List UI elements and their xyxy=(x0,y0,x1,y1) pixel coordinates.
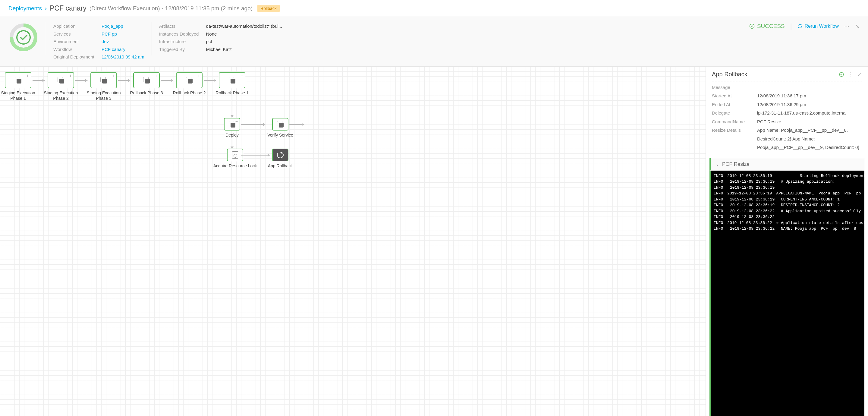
stack-icon xyxy=(15,77,22,84)
node-label: Rollback Phase 1 xyxy=(214,90,250,95)
meta-key: Original Deployment xyxy=(53,53,94,61)
workflow-subnode-app-rollback[interactable]: App Rollback xyxy=(265,149,296,169)
page-subtitle: (Direct Workflow Execution) - 12/08/2019… xyxy=(90,5,253,12)
log-section-header[interactable]: ⌄ PCF Resize xyxy=(710,158,864,171)
workflow-node[interactable]: + Rollback Phase 2 xyxy=(171,72,207,95)
log-row: INFO2019-12-08 23:36:19# Upsizing applic… xyxy=(714,179,861,185)
meta-key: Environment xyxy=(53,38,94,46)
detail-key: CommandName xyxy=(712,118,757,126)
breadcrumb: Deployments › PCF canary (Direct Workflo… xyxy=(0,0,868,17)
node-label: Staging Execution Phase 2 xyxy=(43,90,79,101)
node-label: Staging Execution Phase 3 xyxy=(86,90,122,101)
check-circle-icon xyxy=(749,24,755,29)
breadcrumb-deployments-link[interactable]: Deployments xyxy=(8,5,42,12)
workflow-node[interactable]: + Staging Execution Phase 3 xyxy=(86,72,122,101)
log-body[interactable]: INFO2019-12-08 23:36:19--------- Startin… xyxy=(710,171,864,416)
expand-icon[interactable]: ⤢ xyxy=(858,71,862,78)
meta-key: Triggered By xyxy=(159,46,199,53)
meta-key: Infrastructure xyxy=(159,38,199,46)
log-row: INFO2019-12-08 23:36:19DESIRED-INSTANCE-… xyxy=(714,202,861,208)
workflow-subnode-verify[interactable]: Verify Service xyxy=(262,118,299,138)
arrow-icon xyxy=(232,95,232,117)
svg-point-4 xyxy=(839,72,844,77)
node-label: Staging Execution Phase 1 xyxy=(0,90,36,101)
collapse-icon[interactable]: ⤡ xyxy=(855,23,860,30)
divider: | xyxy=(790,22,792,30)
detail-val: App Name: Pooja_app__PCF__pp__dev__8, De… xyxy=(757,126,862,152)
check-circle-icon xyxy=(839,72,844,77)
services-link[interactable]: PCF pp xyxy=(101,30,144,38)
divider xyxy=(152,22,152,56)
divider xyxy=(46,22,46,56)
environment-link[interactable]: dev xyxy=(101,38,144,46)
stack-icon xyxy=(277,121,284,127)
detail-key: Started At xyxy=(712,92,757,100)
expand-sign: + xyxy=(198,73,200,78)
lock-document-icon xyxy=(232,151,238,158)
workflow-node[interactable]: + Staging Execution Phase 2 xyxy=(43,72,79,101)
log-section-title: PCF Resize xyxy=(722,161,749,167)
node-label: Rollback Phase 3 xyxy=(128,90,164,95)
svg-point-2 xyxy=(17,31,30,44)
expand-sign: + xyxy=(69,73,72,78)
workflow-subnode-acquire[interactable]: Acquire Resource Lock xyxy=(211,149,259,169)
chevron-right-icon: › xyxy=(45,5,47,12)
meta-col-left: Application Services Environment Workflo… xyxy=(53,22,144,61)
collapse-sign: − xyxy=(236,119,238,124)
stack-icon xyxy=(143,77,150,84)
detail-title: App Rollback xyxy=(712,71,835,78)
detail-val: 12/08/2019 11:36:29 pm xyxy=(757,100,862,109)
infrastructure-value: pcf xyxy=(206,38,282,46)
arrow-icon xyxy=(289,124,304,125)
detail-key: Delegate xyxy=(712,109,757,118)
detail-val: ip-172-31-11-187.us-east-2.compute.inter… xyxy=(757,109,862,118)
meta-key: Services xyxy=(53,30,94,38)
artifact-value: qa-test/war-automation/todolist* (bui... xyxy=(206,22,282,30)
detail-key: Ended At xyxy=(712,100,757,109)
stack-icon xyxy=(229,121,236,127)
workflow-node[interactable]: + Rollback Phase 3 xyxy=(128,72,164,95)
log-row: INFO2019-12-08 23:36:19CURRENT-INSTANCE-… xyxy=(714,197,861,203)
original-deployment-link[interactable]: 12/06/2019 09:42 am xyxy=(101,53,144,61)
rerun-workflow-button[interactable]: Rerun Workflow xyxy=(797,24,839,29)
meta-col-right: Artifacts Instances Deployed Infrastruct… xyxy=(159,22,282,61)
rollback-badge: Rollback xyxy=(257,5,280,12)
log-row: INFO2019-12-08 23:36:22# Application ups… xyxy=(714,208,861,214)
detail-key: Message xyxy=(712,83,757,92)
expand-sign: + xyxy=(112,73,115,78)
detail-val: PCF Resize xyxy=(757,118,862,126)
detail-val: 12/08/2019 11:36:17 pm xyxy=(757,92,862,100)
workflow-canvas[interactable]: + Staging Execution Phase 1 + Staging Ex… xyxy=(0,67,706,416)
log-row: INFO2019-12-08 23:36:19APPLICATION-NAME:… xyxy=(714,190,861,197)
node-label: Rollback Phase 2 xyxy=(171,90,207,95)
node-label: Verify Service xyxy=(262,132,299,138)
node-label: Acquire Resource Lock xyxy=(211,163,259,169)
triggered-by-value: Michael Katz xyxy=(206,46,282,53)
collapse-sign: − xyxy=(241,73,243,78)
application-link[interactable]: Pooja_app xyxy=(101,22,144,30)
workflow-node[interactable]: + Staging Execution Phase 1 xyxy=(0,72,36,101)
arrow-icon xyxy=(232,137,232,149)
svg-point-3 xyxy=(749,24,754,29)
more-vertical-icon[interactable]: ⋮ xyxy=(848,71,854,78)
workflow-node[interactable]: − Rollback Phase 1 xyxy=(214,72,250,95)
node-label: App Rollback xyxy=(265,163,296,169)
chevron-down-icon: ⌄ xyxy=(715,162,719,167)
detail-meta: Message Started At12/08/2019 11:36:17 pm… xyxy=(706,81,868,156)
arrow-icon xyxy=(241,124,265,125)
workflow-subnode-deploy[interactable]: − Deploy xyxy=(220,118,244,138)
stack-icon xyxy=(58,77,64,84)
more-menu-icon[interactable]: ⋯ xyxy=(844,23,849,30)
log-row: INFO2019-12-08 23:36:22 xyxy=(714,214,861,220)
refresh-icon xyxy=(797,24,803,29)
rollback-arrow-icon xyxy=(277,152,284,158)
summary-panel: Application Services Environment Workflo… xyxy=(0,17,868,67)
log-row: INFO2019-12-08 23:36:19--------- Startin… xyxy=(714,173,861,179)
meta-key: Artifacts xyxy=(159,22,199,30)
expand-sign: + xyxy=(155,73,157,78)
status-badge: SUCCESS xyxy=(749,23,785,30)
meta-key: Application xyxy=(53,22,94,30)
stack-icon xyxy=(100,77,107,84)
workflow-link[interactable]: PCF canary xyxy=(101,46,144,53)
meta-key: Instances Deployed xyxy=(159,30,199,38)
